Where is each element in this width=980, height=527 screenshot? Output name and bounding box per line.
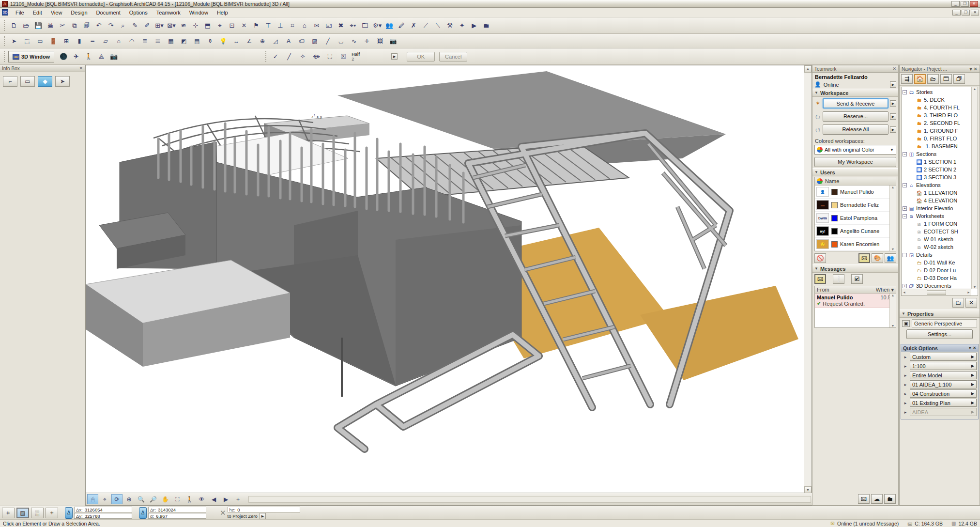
reserve-flyout[interactable]: ▶ bbox=[890, 113, 896, 120]
add-coordinate-icon[interactable]: ＋ bbox=[46, 508, 58, 518]
paste-icon[interactable]: 🗐 bbox=[81, 20, 92, 31]
wall-tool-icon[interactable]: ▭ bbox=[34, 35, 46, 47]
tree-expander-icon[interactable] bbox=[910, 222, 915, 226]
tree-item[interactable]: 🗀 D-03 Door Ha bbox=[903, 274, 971, 282]
users-section-header[interactable]: ▼Users bbox=[812, 168, 898, 176]
publisher-icon[interactable]: 🗇 bbox=[953, 74, 965, 84]
online-message-status[interactable]: ✉ Online (1 unread Message) bbox=[831, 521, 899, 527]
delta-x-field[interactable]: Δx:3126054 bbox=[74, 507, 132, 512]
release-user-icon[interactable]: 🚫 bbox=[814, 253, 826, 263]
marquee-tool-icon[interactable]: ⚑ bbox=[250, 20, 262, 31]
quick-selection-icon[interactable]: ◆ bbox=[38, 76, 52, 87]
info-box-titlebar[interactable]: Info Box ✕ bbox=[0, 65, 85, 72]
fit-in-window-icon[interactable]: ⊡ bbox=[226, 20, 238, 31]
tree-item[interactable]: 🛄 2 SECTION 2 bbox=[903, 166, 971, 173]
pick-up-parameters-icon[interactable]: ✐ bbox=[141, 20, 153, 31]
my-workspace-button[interactable]: My Workspace bbox=[814, 157, 896, 167]
curtain-wall-icon[interactable]: ▤ bbox=[191, 35, 203, 47]
more-tools-icon[interactable]: 🖿 bbox=[480, 20, 492, 31]
mdi-minimize-button[interactable]: _ bbox=[952, 10, 961, 16]
settings-button[interactable]: Settings... bbox=[906, 329, 973, 339]
layer-settings-icon[interactable]: ≋ bbox=[178, 20, 189, 31]
navigator-collapse-icon[interactable]: ▾ bbox=[970, 66, 972, 72]
online-flyout-arrow[interactable]: ▶ bbox=[890, 81, 896, 88]
tree-item[interactable]: 🖿 3. THIRD FLO bbox=[903, 111, 971, 119]
redo-icon[interactable]: ↷ bbox=[105, 20, 117, 31]
guide-lines-toggle-icon[interactable]: ░ bbox=[31, 508, 44, 518]
tree-item[interactable]: 🗈 1 FORM CON bbox=[903, 220, 971, 228]
multiply-icon[interactable]: ⟴ bbox=[310, 51, 322, 62]
navigator-close-icon[interactable]: ✕ bbox=[974, 66, 978, 72]
radial-dim-icon[interactable]: ∠ bbox=[244, 35, 255, 47]
undo-icon[interactable]: ↶ bbox=[93, 20, 105, 31]
tree-item[interactable]: 🗀 D-01 Wall Ke bbox=[903, 259, 971, 266]
new-message-icon[interactable]: 🖂 bbox=[858, 494, 870, 504]
tree-item[interactable]: + 🗇 3D Documents bbox=[903, 282, 971, 289]
layout-book-icon[interactable]: 🗔 bbox=[940, 74, 952, 84]
annotate-icon[interactable]: 🖉 bbox=[396, 20, 407, 31]
tree-expander-icon[interactable]: − bbox=[903, 90, 907, 94]
tree-item[interactable]: 🏠 1 ELEVATION bbox=[903, 189, 971, 197]
toolbar-grip[interactable] bbox=[4, 20, 6, 31]
tree-expander-icon[interactable] bbox=[910, 144, 915, 149]
user-row[interactable]: ▬ Bernadette Feliz bbox=[815, 199, 889, 212]
menu-item[interactable]: Edit bbox=[29, 9, 46, 16]
orbit-mode-icon[interactable]: ⟳ bbox=[111, 494, 122, 504]
save-icon[interactable]: 💾 bbox=[32, 20, 44, 31]
tree-expander-icon[interactable] bbox=[910, 230, 915, 234]
completed-icon[interactable]: 🗹 bbox=[851, 274, 863, 284]
close-button[interactable]: ✕ bbox=[970, 1, 978, 7]
view-map-icon[interactable]: 🗁 bbox=[927, 74, 939, 84]
guide-lines-icon[interactable]: ⟍ bbox=[432, 20, 444, 31]
tree-item[interactable]: 🖿 -1. BASEMEN bbox=[903, 142, 971, 150]
reference-flyout-arrow[interactable]: ▶ bbox=[260, 513, 266, 519]
minimize-button[interactable]: _ bbox=[951, 1, 960, 7]
tree-item[interactable]: 🗈 ECOTECT SH bbox=[903, 228, 971, 235]
open-file-icon[interactable]: 🗁 bbox=[20, 20, 32, 31]
zone-tool-icon[interactable]: ◩ bbox=[178, 35, 190, 47]
delta-r-field[interactable]: Δr:3143024 bbox=[148, 507, 206, 512]
menu-item[interactable]: Document bbox=[92, 9, 125, 16]
messages-scrollbar[interactable]: ▲▼ bbox=[889, 294, 896, 327]
add-view-icon[interactable]: ＋ bbox=[232, 494, 244, 504]
3d-cutaway-icon[interactable]: 🗵 bbox=[337, 51, 349, 62]
pointer-icon[interactable]: ➤ bbox=[55, 76, 70, 87]
tree-expander-icon[interactable] bbox=[910, 160, 915, 164]
tree-item[interactable]: 🖿 1. GROUND F bbox=[903, 127, 971, 135]
tree-item[interactable]: 🗈 W-01 sketch bbox=[903, 235, 971, 243]
tree-item[interactable]: 🖿 5. DECK bbox=[903, 96, 971, 104]
project-map-icon[interactable]: 🏠 bbox=[914, 74, 926, 84]
beam-tool-icon[interactable]: ━ bbox=[87, 35, 98, 47]
selection-style-icon[interactable]: ▭ bbox=[20, 76, 35, 87]
new-folder-icon[interactable]: 🗀 bbox=[952, 298, 964, 308]
user-row[interactable]: 👤 Manuel Pulido bbox=[815, 186, 889, 199]
tree-expander-icon[interactable] bbox=[910, 98, 915, 102]
offset-icon[interactable]: ✧ bbox=[297, 51, 308, 62]
fit-view-icon[interactable]: ⛶ bbox=[172, 494, 183, 504]
figure-tool-icon[interactable]: 🖼 bbox=[374, 35, 386, 47]
previous-view-icon[interactable]: ◀ bbox=[208, 494, 219, 504]
teamwork-close-icon[interactable]: ✕ bbox=[892, 66, 896, 71]
railing-tool-icon[interactable]: ☰ bbox=[152, 35, 164, 47]
roof-tool-icon[interactable]: ⌂ bbox=[113, 35, 124, 47]
fill-tool-icon[interactable]: ▨ bbox=[309, 35, 321, 47]
tree-expander-icon[interactable] bbox=[910, 237, 915, 242]
perspective-icon[interactable]: ⟁ bbox=[95, 51, 107, 62]
angle-field[interactable]: α:6.967 bbox=[148, 513, 206, 519]
receive-changes-icon[interactable]: 🖃 bbox=[323, 20, 335, 31]
stretch-icon[interactable]: ⛶ bbox=[324, 51, 336, 62]
archive-icon[interactable]: 🖿 bbox=[884, 494, 896, 504]
spline-tool-icon[interactable]: ∿ bbox=[348, 35, 360, 47]
shell-tool-icon[interactable]: ◠ bbox=[126, 35, 138, 47]
menu-item[interactable]: Design bbox=[66, 9, 92, 16]
delta-y-field[interactable]: Δy:325788 bbox=[74, 513, 132, 519]
run-addon-icon[interactable]: ▶ bbox=[468, 20, 480, 31]
mdi-restore-button[interactable]: ❐ bbox=[962, 10, 970, 16]
inbox-icon[interactable]: 🖂 bbox=[814, 274, 826, 284]
3d-viewport[interactable]: z↑ x y ▲ ▼ 🖱⌖⟳⊕🔍🔎✋⛶🚶👁◀▶＋ bbox=[85, 65, 812, 506]
tree-expander-icon[interactable] bbox=[910, 106, 915, 110]
tree-item[interactable]: 🏠 4 ELEVATION bbox=[903, 197, 971, 204]
tree-expander-icon[interactable] bbox=[910, 261, 915, 265]
tree-item[interactable]: − 🗂 Stories bbox=[903, 88, 971, 96]
3d-projection-icon[interactable]: 🌑 bbox=[58, 51, 69, 62]
